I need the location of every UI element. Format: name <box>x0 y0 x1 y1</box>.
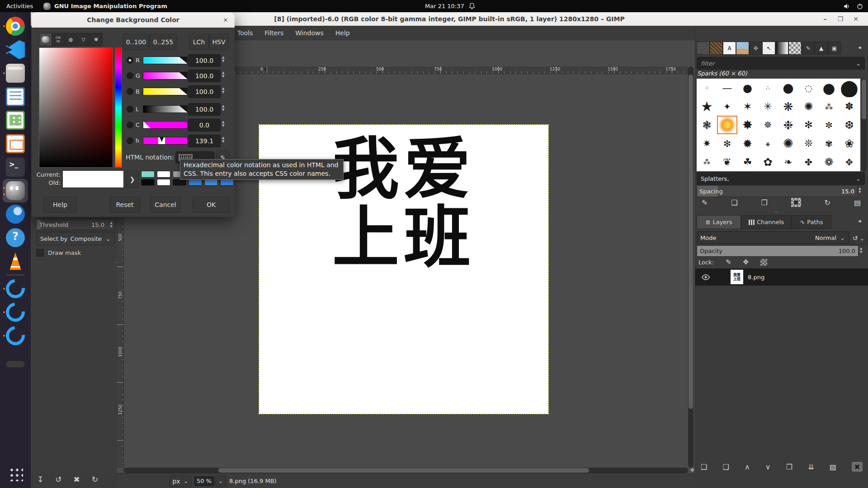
navigation-icon[interactable]: ✥ <box>690 467 694 473</box>
tab-paintbrush-icon[interactable]: ✎ <box>802 42 815 55</box>
brush-cell[interactable]: ● <box>778 79 798 97</box>
draw-mask-checkbox-row[interactable]: Draw mask <box>36 249 81 257</box>
history-swatch[interactable] <box>157 179 170 186</box>
tab-layers[interactable]: ≣ Layers <box>697 215 741 229</box>
brush-cell[interactable]: ❧ <box>778 153 798 171</box>
dock-item-vlc[interactable] <box>3 249 28 273</box>
dock-item-help[interactable] <box>3 226 28 249</box>
minimize-button[interactable]: – <box>817 15 833 23</box>
tab-gradients-icon[interactable] <box>775 42 788 55</box>
system-indicators[interactable] <box>844 0 863 12</box>
selector-cmyk-tab[interactable]: CMYK <box>52 33 65 46</box>
hue-strip[interactable] <box>115 47 122 168</box>
spin-down-icon[interactable]: ▼ <box>859 190 861 194</box>
store-color-button[interactable]: ❯ <box>126 170 139 188</box>
brush-cell[interactable]: ✥ <box>839 153 859 171</box>
add-mask-icon[interactable]: ▨ <box>830 463 836 471</box>
channel-r-radio[interactable] <box>127 57 133 64</box>
channel-l-value[interactable]: 100.0 <box>188 103 221 116</box>
dock-item-update[interactable] <box>3 300 28 324</box>
history-swatch[interactable] <box>157 171 170 178</box>
merge-down-icon[interactable]: ⇊ <box>808 463 814 471</box>
channel-r-value[interactable]: 100.0 <box>188 54 221 67</box>
spin-up-icon[interactable]: ▲ <box>110 221 113 225</box>
hsv-button[interactable]: HSV <box>209 34 229 50</box>
select-by-dropdown[interactable]: Select by Composite ⌄ <box>36 232 115 245</box>
dock-item-impress[interactable] <box>3 132 28 155</box>
selector-palette-tab[interactable]: ✾ <box>90 33 103 46</box>
brush-cell[interactable]: ❋ <box>778 97 798 116</box>
tab-palettes-icon[interactable] <box>788 42 802 55</box>
new-layer-icon[interactable]: ❏ <box>701 463 707 471</box>
brush-cell[interactable]: ✳ <box>758 97 778 116</box>
tab-patterns-icon[interactable] <box>710 42 723 55</box>
layer-visibility-eye-icon[interactable] <box>701 274 711 281</box>
spin-up-icon[interactable]: ▲ <box>222 136 224 140</box>
layer-mode-dropdown[interactable]: Mode Normal ⌄ <box>697 231 849 244</box>
channel-l-slider[interactable] <box>143 105 188 113</box>
spin-up-icon[interactable]: ▲ <box>222 120 224 124</box>
tab-brushes-icon[interactable] <box>697 42 710 55</box>
dock-item-chrome[interactable] <box>3 14 28 38</box>
tab-pointer-icon[interactable]: ↖ <box>762 42 775 55</box>
selector-watercolor-tab[interactable]: ◍ <box>64 33 77 46</box>
menu-windows[interactable]: Windows <box>289 26 330 40</box>
brush-cell[interactable]: ✦ <box>717 97 737 116</box>
brush-cell[interactable]: ✽ <box>839 97 859 116</box>
dock-item-gimp[interactable] <box>3 179 28 202</box>
channel-h-slider[interactable] <box>143 137 188 145</box>
dock-item-update[interactable] <box>3 277 28 300</box>
channel-r-slider[interactable] <box>143 56 188 64</box>
spin-down-icon[interactable]: ▼ <box>222 75 224 78</box>
brush-cell[interactable]: ❊ <box>798 134 819 153</box>
range-0-255-button[interactable]: 0..255 <box>149 34 177 50</box>
brush-cell[interactable]: ✺ <box>778 134 798 153</box>
horizontal-scrollbar[interactable] <box>123 468 688 473</box>
brush-cell[interactable]: ⚹ <box>758 134 778 153</box>
dialog-close-icon[interactable]: ✕ <box>220 14 231 25</box>
spin-down-icon[interactable]: ▼ <box>860 250 862 254</box>
restore-button[interactable]: ❐ <box>833 15 848 23</box>
history-swatch[interactable] <box>141 171 155 178</box>
dock-item-app-grid[interactable] <box>3 462 28 485</box>
channel-c-slider[interactable] <box>143 121 188 129</box>
duplicate-layer-icon[interactable]: ❐ <box>786 463 793 471</box>
range-0-100-button[interactable]: 0..100 <box>123 34 149 50</box>
draw-mask-checkbox[interactable] <box>36 249 44 257</box>
dock-item-terminal[interactable] <box>3 155 28 179</box>
zoom-value-box[interactable]: 50 % <box>194 476 214 486</box>
brush-cell[interactable]: ❇ <box>717 134 737 153</box>
new-brush-icon[interactable]: ❏ <box>731 198 737 207</box>
spin-down-icon[interactable]: ▼ <box>222 124 224 127</box>
brush-cell[interactable]: ✼ <box>819 116 839 134</box>
history-swatch[interactable] <box>173 179 186 186</box>
brush-cell[interactable]: ❀ <box>839 134 859 153</box>
brush-cell[interactable]: ⁂ <box>819 97 839 116</box>
history-swatch[interactable] <box>204 179 218 186</box>
brush-cell[interactable]: ★ <box>697 97 717 116</box>
mode-switch-button[interactable]: ↺ ⌄ <box>849 231 868 245</box>
selector-wheel-tab[interactable]: ▽ <box>77 33 90 46</box>
horizontal-scrollbar-thumb[interactable] <box>218 468 589 473</box>
dock-item-writer[interactable] <box>3 85 28 108</box>
dock-grip-icon[interactable]: ⋯ <box>773 209 779 215</box>
brush-cell[interactable]: ✻ <box>798 116 819 134</box>
clock-area[interactable]: Mar 21 10:37 <box>425 0 475 12</box>
brush-cell[interactable]: — <box>717 79 737 97</box>
dock-item-files[interactable] <box>3 61 28 85</box>
edit-brush-icon[interactable]: ✎ <box>702 198 708 207</box>
reset-button[interactable]: Reset <box>109 197 140 213</box>
brush-cell[interactable]: ✷ <box>697 134 717 153</box>
brush-cell[interactable]: ✤ <box>798 153 819 171</box>
menu-filters[interactable]: Filters <box>259 26 289 40</box>
dock-item-update[interactable] <box>3 324 28 347</box>
channel-b-value[interactable]: 100.0 <box>188 85 221 98</box>
tab-butterfly-icon[interactable]: ✣ <box>749 42 762 55</box>
channel-g-radio[interactable] <box>127 72 133 79</box>
spin-up-icon[interactable]: ▲ <box>860 247 862 250</box>
collapse-panel-icon[interactable]: ◂ <box>858 44 861 51</box>
activities-button[interactable]: Activities <box>6 0 33 12</box>
brush-group-dropdown[interactable]: Splatters, ⌄ <box>697 172 865 185</box>
brush-cell[interactable]: ❉ <box>778 116 798 134</box>
tab-canvas-edit-icon[interactable]: ▣ <box>828 42 841 55</box>
